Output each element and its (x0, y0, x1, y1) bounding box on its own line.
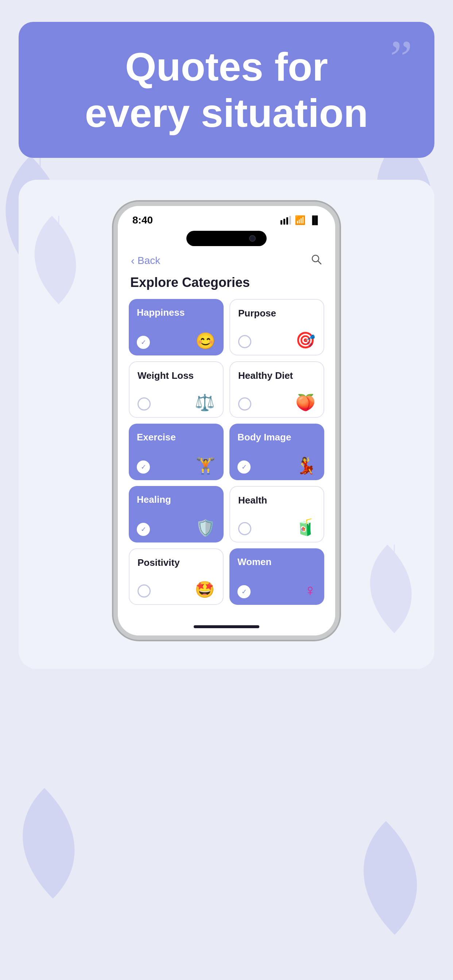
emoji-women: ♀ (304, 582, 316, 598)
status-bar: 8:40 📶 ▐▌ (118, 206, 335, 228)
emoji-happiness: 😊 (196, 333, 215, 349)
hero-title: Quotes for every situation (48, 44, 405, 136)
battery-icon: ▐▌ (309, 215, 321, 225)
phone-wrapper: 8:40 📶 ▐▌ ‹ (19, 180, 434, 669)
category-card-healthy-diet[interactable]: Healthy Diet 🍑 (230, 361, 324, 418)
check-positivity (137, 584, 151, 598)
status-time: 8:40 (132, 215, 153, 226)
category-card-positivity[interactable]: Positivity 🤩 (129, 548, 223, 605)
emoji-positivity: 🤩 (195, 582, 215, 598)
check-exercise: ✓ (137, 460, 150, 474)
category-card-healing[interactable]: Healing ✓ 🛡️ (129, 486, 223, 542)
emoji-healthy-diet: 🍑 (295, 395, 316, 410)
phone-mockup: 8:40 📶 ▐▌ ‹ (113, 202, 340, 640)
check-purpose (238, 335, 251, 348)
category-card-women[interactable]: Women ✓ ♀ (230, 548, 324, 605)
emoji-health: 🧃 (295, 519, 316, 535)
emoji-weight-loss: ⚖️ (195, 395, 215, 410)
category-card-health[interactable]: Health 🧃 (230, 486, 324, 542)
category-card-happiness[interactable]: Happiness ✓ 😊 (129, 299, 223, 355)
check-healing: ✓ (137, 523, 150, 536)
card-title-body-image: Body Image (238, 432, 291, 443)
emoji-exercise: 🏋️ (196, 458, 215, 474)
back-button[interactable]: ‹ Back (131, 255, 160, 267)
category-card-weight-loss[interactable]: Weight Loss ⚖️ (129, 361, 223, 418)
card-title-healing: Healing (137, 494, 171, 505)
svg-line-4 (318, 261, 321, 264)
card-title-purpose: Purpose (238, 308, 276, 319)
categories-grid: Happiness ✓ 😊 Purpose 🎯 Weight Loss ⚖️ H… (129, 299, 324, 605)
search-button[interactable] (310, 253, 322, 267)
check-body-image: ✓ (238, 460, 250, 474)
camera-dot (249, 235, 256, 242)
card-title-healthy-diet: Healthy Diet (238, 370, 293, 381)
emoji-purpose: 🎯 (295, 332, 316, 348)
quote-decoration: ” (390, 33, 413, 84)
back-label: Back (137, 255, 160, 267)
nav-bar: ‹ Back (118, 250, 335, 275)
card-title-health: Health (238, 495, 267, 506)
dynamic-island (187, 231, 266, 246)
emoji-healing: 🛡️ (196, 520, 215, 536)
chevron-left-icon: ‹ (131, 255, 135, 267)
section-title: Explore Categories (129, 275, 324, 290)
card-title-exercise: Exercise (137, 432, 176, 443)
card-title-women: Women (238, 556, 271, 568)
category-card-exercise[interactable]: Exercise ✓ 🏋️ (129, 424, 223, 480)
check-weight-loss (137, 398, 151, 410)
check-women: ✓ (238, 585, 250, 598)
signal-icon (281, 216, 291, 224)
card-title-weight-loss: Weight Loss (137, 370, 194, 381)
categories-content: Explore Categories Happiness ✓ 😊 Purpose… (118, 275, 335, 619)
card-title-positivity: Positivity (137, 557, 180, 568)
category-card-purpose[interactable]: Purpose 🎯 (230, 299, 324, 355)
check-happiness: ✓ (137, 336, 150, 349)
card-title-happiness: Happiness (137, 307, 185, 318)
check-health (238, 522, 251, 535)
home-indicator (194, 625, 259, 628)
check-healthy-diet (238, 398, 251, 410)
emoji-body-image: 💃 (296, 458, 316, 474)
hero-banner: ” Quotes for every situation (19, 22, 434, 158)
status-icons: 📶 ▐▌ (281, 215, 321, 225)
category-card-body-image[interactable]: Body Image ✓ 💃 (230, 424, 324, 480)
wifi-icon: 📶 (295, 215, 306, 225)
